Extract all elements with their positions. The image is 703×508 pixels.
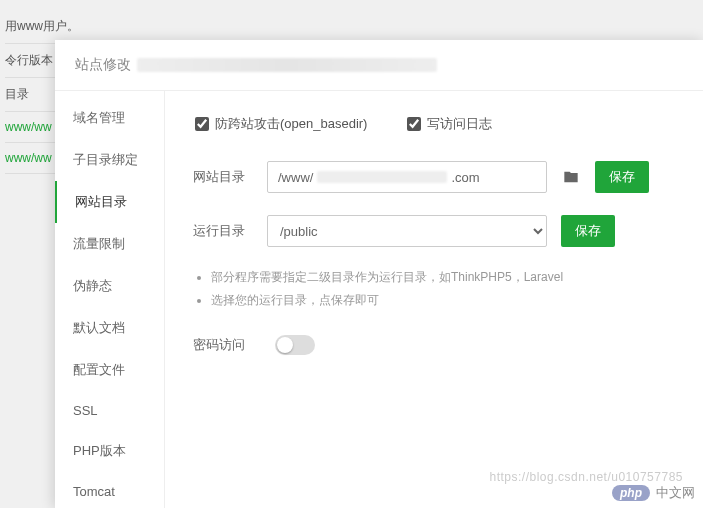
access-log-label: 写访问日志 bbox=[427, 115, 492, 133]
tips-list: 部分程序需要指定二级目录作为运行目录，如ThinkPHP5，Laravel 选择… bbox=[193, 269, 675, 309]
sidebar-item-default-doc[interactable]: 默认文档 bbox=[55, 307, 164, 349]
bg-text: 用www用户。 bbox=[5, 10, 698, 44]
php-badge-icon: php bbox=[612, 485, 650, 501]
sidebar-item-ssl[interactable]: SSL bbox=[55, 391, 164, 430]
content-panel: 防跨站攻击(open_basedir) 写访问日志 网站目录 /www/ .co… bbox=[165, 91, 703, 508]
site-dir-suffix: .com bbox=[451, 170, 479, 185]
sidebar: 域名管理 子目录绑定 网站目录 流量限制 伪静态 默认文档 配置文件 SSL P… bbox=[55, 91, 165, 508]
open-basedir-input[interactable] bbox=[195, 117, 209, 131]
site-dir-row: 网站目录 /www/ .com 保存 bbox=[193, 161, 675, 193]
tip-item: 部分程序需要指定二级目录作为运行目录，如ThinkPHP5，Laravel bbox=[211, 269, 675, 286]
blurred-title-part bbox=[137, 58, 437, 72]
watermark-text: 中文网 bbox=[656, 484, 695, 502]
sidebar-item-sitedir[interactable]: 网站目录 bbox=[55, 181, 164, 223]
run-dir-label: 运行目录 bbox=[193, 222, 253, 240]
access-log-checkbox[interactable]: 写访问日志 bbox=[407, 115, 492, 133]
sidebar-item-traffic[interactable]: 流量限制 bbox=[55, 223, 164, 265]
site-dir-prefix: /www/ bbox=[278, 170, 313, 185]
open-basedir-checkbox[interactable]: 防跨站攻击(open_basedir) bbox=[195, 115, 367, 133]
folder-icon[interactable] bbox=[561, 169, 581, 185]
password-access-toggle[interactable] bbox=[275, 335, 315, 355]
access-log-input[interactable] bbox=[407, 117, 421, 131]
save-run-dir-button[interactable]: 保存 bbox=[561, 215, 615, 247]
sidebar-item-config[interactable]: 配置文件 bbox=[55, 349, 164, 391]
sidebar-item-rewrite[interactable]: 伪静态 bbox=[55, 265, 164, 307]
modal-title: 站点修改 bbox=[75, 56, 131, 74]
checkbox-row: 防跨站攻击(open_basedir) 写访问日志 bbox=[193, 115, 675, 133]
blurred-path bbox=[317, 171, 447, 183]
sidebar-item-domain[interactable]: 域名管理 bbox=[55, 97, 164, 139]
modal-body: 域名管理 子目录绑定 网站目录 流量限制 伪静态 默认文档 配置文件 SSL P… bbox=[55, 91, 703, 508]
site-dir-label: 网站目录 bbox=[193, 168, 253, 186]
open-basedir-label: 防跨站攻击(open_basedir) bbox=[215, 115, 367, 133]
site-edit-modal: 站点修改 域名管理 子目录绑定 网站目录 流量限制 伪静态 默认文档 配置文件 … bbox=[55, 40, 703, 508]
run-dir-row: 运行目录 /public 保存 bbox=[193, 215, 675, 247]
password-access-row: 密码访问 bbox=[193, 335, 675, 355]
tip-item: 选择您的运行目录，点保存即可 bbox=[211, 292, 675, 309]
password-access-label: 密码访问 bbox=[193, 336, 245, 354]
modal-header: 站点修改 bbox=[55, 40, 703, 91]
sidebar-item-tomcat[interactable]: Tomcat bbox=[55, 472, 164, 508]
sidebar-item-subdir[interactable]: 子目录绑定 bbox=[55, 139, 164, 181]
site-dir-input[interactable]: /www/ .com bbox=[267, 161, 547, 193]
run-dir-select[interactable]: /public bbox=[267, 215, 547, 247]
php-watermark: php 中文网 bbox=[612, 484, 695, 502]
save-site-dir-button[interactable]: 保存 bbox=[595, 161, 649, 193]
sidebar-item-php[interactable]: PHP版本 bbox=[55, 430, 164, 472]
blog-watermark: https://blog.csdn.net/u010757785 bbox=[490, 470, 683, 484]
